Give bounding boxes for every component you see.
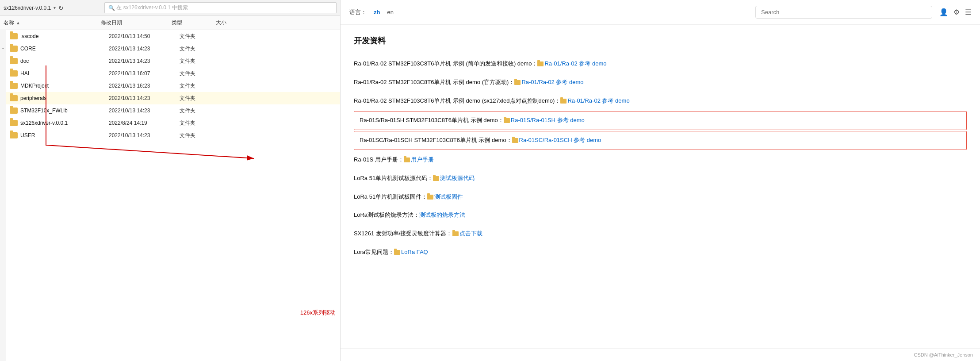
file-search-bar[interactable]: 🔍 在 sx126xdriver-v.0.0.1 中搜索 <box>104 2 337 13</box>
lang-zh-link[interactable]: zh <box>374 9 380 15</box>
folder-link-icon <box>452 231 459 236</box>
title-bar: sx126xdriver-v.0.0.1 ▾ ↻ 🔍 在 sx126xdrive… <box>0 0 340 16</box>
folder-link-icon <box>404 157 410 162</box>
list-item[interactable]: peripherals 2022/10/13 14:23 文件夹 <box>6 92 340 104</box>
doc-item: Ra-01/Ra-02 STM32F103C8T6单片机 示例 (简单的发送和接… <box>354 55 967 73</box>
folder-link-icon <box>394 250 400 255</box>
folder-icon <box>10 108 18 114</box>
file-list: .vscode 2022/10/13 14:50 文件夹 CORE 2022/1… <box>6 30 340 361</box>
doc-item: LoRa测试板的烧录方法：测试板的烧录方法 <box>354 206 967 225</box>
list-item[interactable]: STM32F10x_FWLib 2022/10/13 14:23 文件夹 <box>6 104 340 117</box>
doc-item: LoRa 51单片机测试板固件：测试板固件 <box>354 188 967 207</box>
section-title: 开发资料 <box>354 35 967 46</box>
folder-link-icon <box>427 195 433 200</box>
user-icon[interactable]: 👤 <box>939 8 948 16</box>
folder-icon <box>10 120 18 126</box>
folder-link-icon <box>560 99 567 104</box>
list-item[interactable]: USER 2022/10/13 14:23 文件夹 <box>6 129 340 142</box>
doc-item: Ra-01/Ra-02 STM32F103C8T6单片机 示例 demo (官方… <box>354 73 967 92</box>
doc-link[interactable]: Ra-01/Ra-02 参考 demo <box>544 60 606 67</box>
list-item[interactable]: .vscode 2022/10/13 14:50 文件夹 <box>6 30 340 42</box>
col-date-header[interactable]: 修改日期 <box>101 19 172 27</box>
file-list-wrapper: › .vscode 2022/10/13 14:50 文件夹 CORE 2022… <box>0 30 340 361</box>
title-dropdown-button[interactable]: ▾ <box>54 5 56 10</box>
folder-icon <box>10 46 18 52</box>
doc-link[interactable]: Ra-01/Ra-02 参考 demo <box>521 79 583 85</box>
search-icon: 🔍 <box>108 5 115 11</box>
folder-icon <box>10 95 18 101</box>
doc-item: Ra-01SC/Ra-01SCH STM32F103C8T6单片机 示例 dem… <box>354 131 967 150</box>
folder-icon <box>10 58 18 64</box>
right-content: 开发资料 Ra-01/Ra-02 STM32F103C8T6单片机 示例 (简单… <box>341 25 980 348</box>
title-bar-left: sx126xdriver-v.0.0.1 ▾ ↻ <box>4 4 101 12</box>
doc-link[interactable]: 测试板源代码 <box>440 175 475 181</box>
doc-item: LoRa 51单片机测试板源代码：测试板源代码 <box>354 169 967 188</box>
doc-item: Ra-01S/Ra-01SH STM32F103C8T6单片机 示例 demo：… <box>354 111 967 130</box>
doc-link[interactable]: Ra-01/Ra-02 参考 demo <box>567 97 629 104</box>
folder-link-icon <box>512 138 518 143</box>
menu-icon[interactable]: ☰ <box>965 8 971 16</box>
file-explorer-panel: sx126xdriver-v.0.0.1 ▾ ↻ 🔍 在 sx126xdrive… <box>0 0 341 361</box>
doc-item: SX1261 发射功率/接受灵敏度计算器：点击下载 <box>354 225 967 243</box>
explorer-title: sx126xdriver-v.0.0.1 <box>4 5 51 11</box>
doc-link[interactable]: LoRa FAQ <box>401 249 428 255</box>
folder-link-icon <box>537 61 544 66</box>
right-header: 语言： zh en 👤 ⚙ ☰ <box>341 0 980 25</box>
folder-icon <box>10 83 18 89</box>
lang-en-link[interactable]: en <box>387 9 393 15</box>
doc-item: Ra-01/Ra-02 STM32F103C8T6单片机 示例 demo (sx… <box>354 92 967 111</box>
col-name-header[interactable]: 名称 ▲ <box>4 19 101 27</box>
doc-item: Lora常见问题：LoRa FAQ <box>354 243 967 262</box>
col-size-header[interactable]: 大小 <box>216 19 251 27</box>
list-item[interactable]: MDKProject 2022/10/13 16:23 文件夹 <box>6 80 340 92</box>
doc-link[interactable]: 测试板的烧录方法 <box>419 211 465 218</box>
settings-icon[interactable]: ⚙ <box>953 8 960 16</box>
doc-link[interactable]: 点击下载 <box>459 230 482 237</box>
search-placeholder: 在 sx126xdriver-v.0.0.1 中搜索 <box>116 4 188 12</box>
folder-link-icon <box>433 176 439 181</box>
annotation-label: 126x系列驱动 <box>300 309 336 317</box>
header-icons: 👤 ⚙ ☰ <box>939 8 971 16</box>
folder-link-icon <box>514 80 521 85</box>
documentation-panel: 语言： zh en 👤 ⚙ ☰ 开发资料 Ra-01/Ra-02 STM32F1… <box>341 0 980 361</box>
list-item[interactable]: doc 2022/10/13 14:23 文件夹 <box>6 55 340 67</box>
doc-link[interactable]: 用户手册 <box>411 156 434 163</box>
lang-label: 语言： <box>349 8 367 16</box>
doc-link[interactable]: Ra-01SC/Ra-01SCH 参考 demo <box>519 137 601 143</box>
refresh-button[interactable]: ↻ <box>58 4 64 12</box>
folder-icon <box>10 33 18 39</box>
nav-arrow[interactable]: › <box>0 48 5 49</box>
list-item[interactable]: CORE 2022/10/13 14:23 文件夹 <box>6 42 340 55</box>
left-sidebar: › <box>0 30 6 361</box>
search-input[interactable] <box>755 6 932 19</box>
folder-icon <box>10 132 18 138</box>
folder-link-icon <box>504 118 510 123</box>
watermark: CSDN @AiThinker_Jenson <box>341 348 980 361</box>
sort-arrow: ▲ <box>16 20 20 25</box>
list-item[interactable]: sx126xdriver-v.0.0.1 2022/8/24 14:19 文件夹 <box>6 117 340 129</box>
doc-link[interactable]: 测试板固件 <box>434 193 463 200</box>
doc-link[interactable]: Ra-01S/Ra-01SH 参考 demo <box>511 117 585 123</box>
folder-icon <box>10 70 18 77</box>
doc-list: Ra-01/Ra-02 STM32F103C8T6单片机 示例 (简单的发送和接… <box>354 55 967 262</box>
col-type-header[interactable]: 类型 <box>172 19 216 27</box>
doc-item: Ra-01S 用户手册：用户手册 <box>354 151 967 169</box>
column-headers: 名称 ▲ 修改日期 类型 大小 <box>0 16 340 30</box>
list-item[interactable]: HAL 2022/10/13 16:07 文件夹 <box>6 67 340 80</box>
